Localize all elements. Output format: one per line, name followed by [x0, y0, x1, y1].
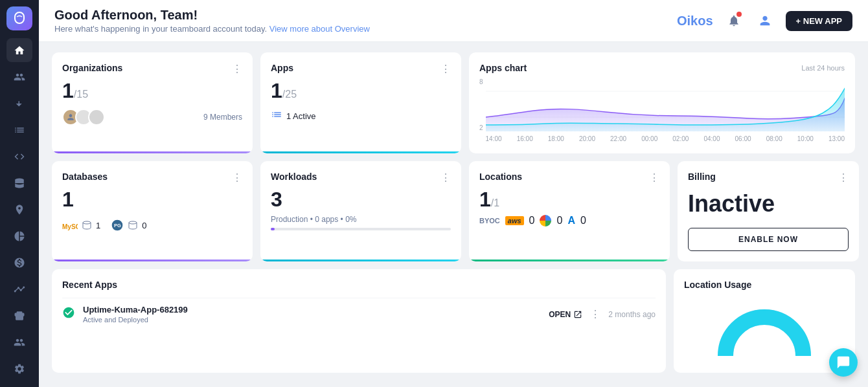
sidebar-item-git[interactable] [6, 91, 32, 115]
org-card-title: Organizations [62, 63, 122, 73]
app-time: 2 months ago [608, 310, 656, 319]
workloads-count: 3 [271, 189, 451, 210]
app-status-icon [62, 306, 75, 322]
azure-logo: A [567, 215, 575, 227]
locations-header: Locations ⋮ [479, 171, 659, 184]
members-count: 9 Members [203, 113, 242, 122]
member-avatars [62, 109, 101, 126]
progress-fill [271, 228, 275, 230]
billing-status: Inactive [688, 190, 849, 217]
sidebar-item-data[interactable] [6, 171, 32, 195]
billing-title: Billing [688, 171, 716, 182]
app-actions: OPEN ⋮ 2 months ago [549, 308, 656, 320]
location-providers: BYOC aws 0 0 A 0 [479, 215, 659, 227]
postgres-item: PG 0 [111, 219, 146, 232]
sidebar-item-location[interactable] [6, 197, 32, 221]
sidebar [0, 0, 39, 387]
notification-dot [737, 12, 742, 17]
billing-header: Billing ⋮ [688, 171, 849, 184]
apps-card-menu[interactable]: ⋮ [440, 63, 451, 75]
new-app-button[interactable]: + NEW APP [786, 11, 852, 31]
apps-card: Apps ⋮ 1/25 1 Active [260, 52, 461, 153]
gcp-count: 0 [556, 215, 562, 227]
notification-button[interactable] [724, 10, 744, 31]
chart-time-label: Last 24 hours [801, 64, 845, 72]
apps-icon [271, 109, 282, 123]
card-header: Apps ⋮ [271, 63, 451, 75]
apps-card-title: Apps [271, 63, 293, 73]
sidebar-item-code[interactable] [6, 144, 32, 168]
sidebar-item-settings[interactable] [6, 357, 32, 381]
overview-link[interactable]: View more about Overview [269, 24, 370, 34]
workloads-menu[interactable]: ⋮ [440, 171, 451, 184]
svg-point-7 [129, 221, 137, 224]
chart-svg [486, 78, 845, 131]
sidebar-item-apps[interactable] [6, 118, 32, 142]
enable-now-button[interactable]: ENABLE NOW [688, 228, 849, 251]
byoc-label: BYOC [479, 217, 500, 225]
chart-title: Apps chart [479, 63, 527, 73]
locations-title: Locations [479, 171, 522, 182]
sidebar-item-analytics[interactable] [6, 224, 32, 248]
card-header: Organizations ⋮ [62, 63, 242, 75]
sidebar-item-community[interactable] [6, 330, 32, 354]
app-subtitle: Active and Deployed [83, 316, 188, 324]
db-icon [82, 220, 92, 230]
chat-icon [836, 355, 851, 370]
brand-name: Oikos [677, 14, 713, 28]
db-card-title: Databases [62, 171, 108, 182]
aws-count: 0 [529, 215, 535, 227]
gcp-logo [540, 215, 551, 227]
db-count: 1 [62, 189, 242, 210]
apps-count: 1/25 [271, 80, 451, 101]
locations-menu[interactable]: ⋮ [649, 171, 659, 184]
locations-card: Locations ⋮ 1/1 BYOC aws 0 0 A 0 [469, 161, 670, 261]
sidebar-logo[interactable] [6, 6, 32, 30]
avatar [88, 109, 105, 126]
location-usage-title: Location Usage [684, 280, 845, 290]
app-info: Uptime-Kuma-App-682199 Active and Deploy… [83, 305, 188, 324]
open-app-button[interactable]: OPEN [549, 310, 582, 319]
sidebar-item-deploy[interactable] [6, 304, 32, 327]
sidebar-item-team[interactable] [6, 65, 32, 89]
second-cards-row: Databases ⋮ 1 MySQL 1 [52, 161, 855, 261]
donut-svg [713, 298, 816, 362]
postgres-logo: PG [111, 219, 124, 232]
main-content: Good Afternoon, Team! Here what's happen… [39, 0, 868, 387]
header-right: Oikos + NEW APP [677, 10, 852, 31]
chat-bubble[interactable] [829, 348, 858, 377]
db-logos: MySQL 1 PG 0 [62, 217, 242, 233]
recent-apps-card: Recent Apps Uptime-Kuma-App-682199 Activ… [52, 269, 666, 373]
top-cards-row: Organizations ⋮ 1/15 9 Members [52, 52, 855, 153]
org-count: 1/15 [62, 80, 242, 101]
page-subtitle: Here what's happening in your teamboard … [54, 24, 370, 34]
db-card-menu[interactable]: ⋮ [232, 171, 242, 184]
db-icon [128, 220, 138, 230]
mysql-item: MySQL 1 [62, 217, 100, 233]
sidebar-item-billing[interactable] [6, 250, 32, 274]
mysql-logo: MySQL [62, 217, 78, 233]
location-usage-card: Location Usage [674, 269, 855, 373]
apps-chart-card: Apps chart Last 24 hours 8 2 [469, 52, 855, 153]
sidebar-item-home[interactable] [6, 38, 32, 62]
workloads-card: Workloads ⋮ 3 Production • 0 apps • 0% [260, 161, 461, 261]
pg-count: 0 [142, 221, 146, 230]
donut-chart [684, 298, 845, 362]
billing-menu[interactable]: ⋮ [838, 171, 849, 184]
svg-text:MySQL: MySQL [62, 223, 78, 230]
content-area: Organizations ⋮ 1/15 9 Members [39, 42, 868, 387]
sidebar-item-metrics[interactable] [6, 277, 32, 301]
billing-card: Billing ⋮ Inactive ENABLE NOW [678, 161, 859, 261]
bottom-row: Recent Apps Uptime-Kuma-App-682199 Activ… [52, 269, 855, 373]
mysql-count: 1 [96, 221, 100, 230]
recent-apps-title: Recent Apps [62, 280, 656, 290]
profile-icon[interactable] [755, 10, 775, 31]
apps-footer: 1 Active [271, 109, 451, 123]
chart-header: Apps chart Last 24 hours [479, 63, 845, 73]
app-more-menu[interactable]: ⋮ [590, 308, 600, 320]
organizations-card: Organizations ⋮ 1/15 9 Members [52, 52, 253, 153]
svg-text:PG: PG [114, 223, 121, 228]
progress-bar [271, 228, 451, 230]
active-badge: 1 Active [271, 109, 316, 123]
org-card-menu[interactable]: ⋮ [232, 63, 242, 75]
